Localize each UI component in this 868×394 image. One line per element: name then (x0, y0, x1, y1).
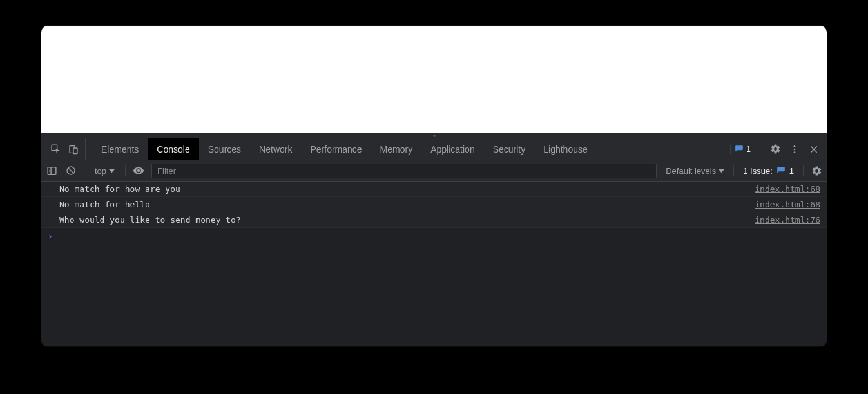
issues-link-label: 1 Issue: (743, 166, 773, 176)
filter-input[interactable] (151, 164, 657, 178)
tab-application[interactable]: Application (421, 138, 484, 160)
rendered-page (41, 26, 827, 133)
context-selector[interactable]: top (91, 166, 119, 176)
tab-sources[interactable]: Sources (199, 138, 250, 160)
tab-elements[interactable]: Elements (92, 138, 148, 160)
console-message: No match for hello index.html:68 (41, 197, 827, 212)
inspect-element-icon[interactable] (49, 143, 62, 156)
console-message-text: No match for hello (59, 200, 755, 209)
live-expression-icon[interactable] (132, 164, 145, 177)
console-prompt[interactable]: › (41, 228, 827, 243)
log-levels-selector[interactable]: Default levels (663, 166, 727, 176)
console-settings-icon[interactable] (810, 164, 823, 177)
svg-rect-2 (73, 148, 77, 154)
prompt-cursor (57, 231, 57, 241)
console-message-source[interactable]: index.html:68 (755, 184, 820, 194)
devtools-tabs: Elements Console Sources Network Perform… (92, 138, 597, 160)
issues-indicator-count: 1 (746, 145, 751, 154)
clear-console-icon[interactable] (64, 164, 77, 177)
devtools-tabstrip: Elements Console Sources Network Perform… (41, 138, 827, 160)
console-toolbar: top Default levels 1 Issue: 1 (41, 160, 827, 182)
log-levels-label: Default levels (666, 166, 716, 176)
tab-security[interactable]: Security (484, 138, 535, 160)
console-log-area: No match for how are you index.html:68 N… (41, 182, 827, 346)
devtools-drag-handle[interactable] (41, 133, 827, 138)
console-message-source[interactable]: index.html:68 (755, 200, 820, 209)
svg-rect-6 (48, 167, 56, 174)
svg-point-5 (794, 151, 796, 153)
context-selector-label: top (95, 166, 106, 176)
issues-link[interactable]: 1 Issue: 1 (740, 166, 796, 176)
settings-icon[interactable] (769, 143, 782, 156)
console-message-text: Who would you like to send money to? (59, 215, 755, 225)
tabstrip-right-tools: 1 (730, 138, 824, 160)
more-menu-icon[interactable] (788, 143, 801, 156)
device-toolbar-icon[interactable] (67, 143, 80, 156)
prompt-chevron-icon: › (48, 231, 53, 241)
console-message: Who would you like to send money to? ind… (41, 212, 827, 228)
tab-console[interactable]: Console (148, 138, 198, 160)
issues-link-count: 1 (789, 166, 794, 176)
close-devtools-icon[interactable] (807, 143, 820, 156)
toggle-sidebar-icon[interactable] (45, 164, 58, 177)
console-message-text: No match for how are you (59, 184, 755, 194)
browser-window: Elements Console Sources Network Perform… (41, 26, 827, 346)
tab-network[interactable]: Network (250, 138, 301, 160)
issues-indicator[interactable]: 1 (730, 144, 755, 155)
tab-lighthouse[interactable]: Lighthouse (534, 138, 597, 160)
svg-point-3 (794, 145, 796, 147)
tab-performance[interactable]: Performance (301, 138, 371, 160)
tabstrip-left-tools (44, 138, 86, 160)
console-message-source[interactable]: index.html:76 (755, 215, 820, 225)
tab-memory[interactable]: Memory (371, 138, 422, 160)
svg-point-4 (794, 148, 796, 150)
console-message: No match for how are you index.html:68 (41, 182, 827, 197)
devtools-panel: Elements Console Sources Network Perform… (41, 138, 827, 346)
